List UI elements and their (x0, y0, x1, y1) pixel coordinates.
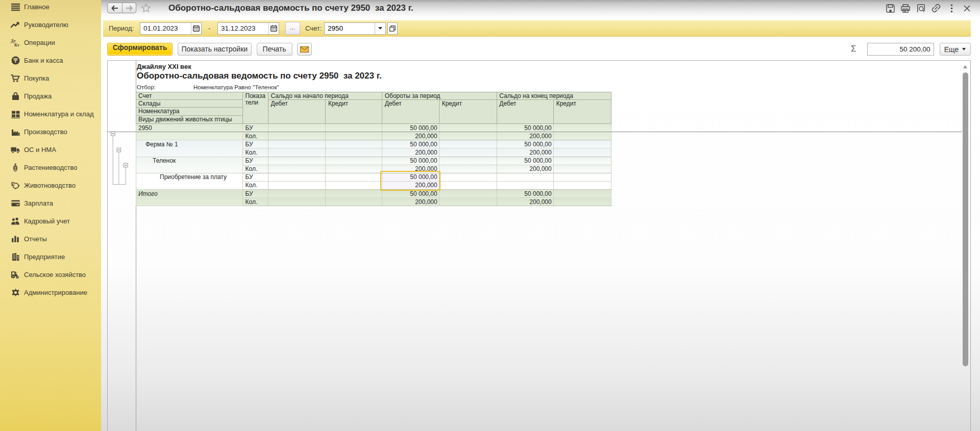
value-cell[interactable] (439, 132, 497, 140)
value-cell[interactable] (554, 124, 611, 132)
value-cell[interactable] (554, 165, 611, 173)
row-label[interactable]: Теленок (136, 157, 243, 173)
scrollbar-thumb[interactable] (963, 72, 968, 366)
value-cell[interactable] (326, 198, 382, 206)
value-cell[interactable] (268, 165, 326, 173)
vertical-scrollbar[interactable] (961, 61, 970, 431)
value-cell[interactable] (554, 198, 611, 206)
value-cell[interactable]: 200,000 (497, 148, 553, 157)
value-cell[interactable]: 200,000 (382, 181, 439, 189)
table-row[interactable]: ИтогоБУ50 000,0050 000,00 (136, 190, 611, 198)
value-cell[interactable] (497, 173, 553, 181)
value-cell[interactable] (439, 190, 497, 198)
value-cell[interactable] (268, 132, 326, 140)
account-open-button[interactable] (387, 22, 398, 35)
value-cell[interactable] (439, 181, 497, 189)
sidebar-item-ос-и-нма[interactable]: ОС и НМА (0, 141, 101, 159)
value-cell[interactable] (439, 198, 497, 206)
value-cell[interactable] (439, 165, 497, 173)
account-dropdown-icon[interactable] (375, 23, 385, 34)
print-icon[interactable] (898, 0, 913, 16)
indicator-cell[interactable]: БУ (243, 173, 268, 181)
row-label[interactable]: Приобретение за плату (136, 173, 243, 189)
sidebar-item-операции[interactable]: ДтКтОперации (0, 34, 101, 52)
indicator-cell[interactable]: БУ (243, 124, 268, 132)
table-row[interactable]: Приобретение за платуБУ50 000,00 (136, 173, 611, 181)
value-cell[interactable]: 200,000 (497, 198, 553, 206)
sidebar-item-банк-и-касса[interactable]: Банк и касса (0, 52, 101, 69)
close-icon[interactable] (959, 0, 974, 16)
value-cell[interactable] (554, 157, 611, 165)
value-cell[interactable] (326, 132, 382, 140)
report-table[interactable]: СчетПоказателиСальдо на начало периодаОб… (136, 92, 611, 206)
value-cell[interactable]: 50 000,00 (497, 190, 553, 198)
value-cell[interactable] (268, 190, 326, 198)
kebab-icon[interactable] (944, 0, 959, 16)
table-row[interactable]: Ферма № 1БУ50 000,0050 000,00 (136, 140, 611, 148)
sidebar-item-продажа[interactable]: Продажа (0, 87, 101, 105)
save-icon[interactable] (883, 0, 898, 16)
date-from-calendar-icon[interactable] (191, 23, 201, 34)
forward-button[interactable] (122, 3, 136, 13)
table-row[interactable]: 2950БУ50 000,0050 000,00 (136, 124, 611, 132)
value-cell[interactable] (439, 124, 497, 132)
value-cell[interactable] (268, 173, 326, 181)
indicator-cell[interactable]: БУ (243, 140, 268, 148)
value-cell[interactable] (268, 198, 326, 206)
value-cell[interactable] (268, 124, 326, 132)
sidebar-item-животноводство[interactable]: Животноводство (0, 176, 101, 194)
value-cell[interactable] (439, 173, 497, 181)
value-cell[interactable]: 200,000 (382, 198, 439, 206)
value-cell[interactable] (554, 173, 611, 181)
sidebar-item-сельское-хозяйство[interactable]: Сельское хозяйство (0, 266, 101, 284)
sidebar-item-растениеводство[interactable]: Растениеводство (0, 159, 101, 176)
value-cell[interactable] (554, 190, 611, 198)
mail-button[interactable] (297, 43, 312, 56)
value-cell[interactable] (326, 190, 382, 198)
value-cell[interactable]: 50 000,00 (497, 124, 553, 132)
sidebar-item-кадровый-учет[interactable]: Кадровый учет (0, 212, 101, 230)
value-cell[interactable] (497, 181, 553, 189)
value-cell[interactable] (326, 157, 382, 165)
date-to-calendar-icon[interactable] (268, 23, 279, 34)
value-cell[interactable] (268, 181, 326, 189)
link-icon[interactable] (928, 0, 944, 16)
row-label[interactable]: Итого (136, 190, 243, 206)
value-cell[interactable] (439, 140, 497, 148)
favorite-star-icon[interactable] (141, 3, 151, 13)
value-cell[interactable]: 50 000,00 (497, 157, 553, 165)
preview-icon[interactable] (913, 0, 928, 16)
value-cell[interactable]: 200,000 (497, 165, 553, 173)
value-cell[interactable]: 50 000,00 (382, 124, 439, 132)
scroll-up-icon[interactable] (963, 65, 967, 68)
sidebar-item-руководителю[interactable]: Руководителю (0, 16, 101, 34)
value-cell[interactable]: 200,000 (382, 165, 439, 173)
sidebar-item-зарплата[interactable]: Зарплата (0, 194, 101, 212)
value-cell[interactable] (554, 181, 611, 189)
back-button[interactable] (108, 3, 122, 13)
sidebar-item-производство[interactable]: Производство (0, 123, 101, 141)
indicator-cell[interactable]: Кол. (243, 165, 268, 173)
value-cell[interactable] (268, 148, 326, 157)
generate-button[interactable]: Сформировать (107, 43, 173, 56)
row-label[interactable]: Ферма № 1 (136, 140, 243, 157)
value-cell[interactable] (268, 157, 326, 165)
value-cell[interactable] (554, 148, 611, 157)
table-row[interactable]: ТеленокБУ50 000,0050 000,00 (136, 157, 611, 165)
sidebar-item-предприятие[interactable]: Предприятие (0, 248, 101, 266)
value-cell[interactable]: 50 000,00 (382, 173, 439, 181)
indicator-cell[interactable]: Кол. (243, 181, 268, 189)
sidebar-item-главное[interactable]: Главное (0, 0, 101, 16)
value-cell[interactable] (554, 132, 611, 140)
value-cell[interactable]: 200,000 (497, 132, 553, 140)
value-cell[interactable]: 50 000,00 (382, 140, 439, 148)
value-cell[interactable] (326, 148, 382, 157)
date-from-field[interactable]: 01.01.2023 (140, 22, 202, 35)
value-cell[interactable] (326, 140, 382, 148)
indicator-cell[interactable]: Кол. (243, 132, 268, 140)
account-combo[interactable]: 2950 (324, 22, 386, 35)
print-button[interactable]: Печать (257, 43, 292, 56)
value-cell[interactable] (439, 148, 497, 157)
period-options-button[interactable]: ... (285, 22, 300, 35)
sum-field[interactable]: 50 200,00 (867, 43, 934, 56)
